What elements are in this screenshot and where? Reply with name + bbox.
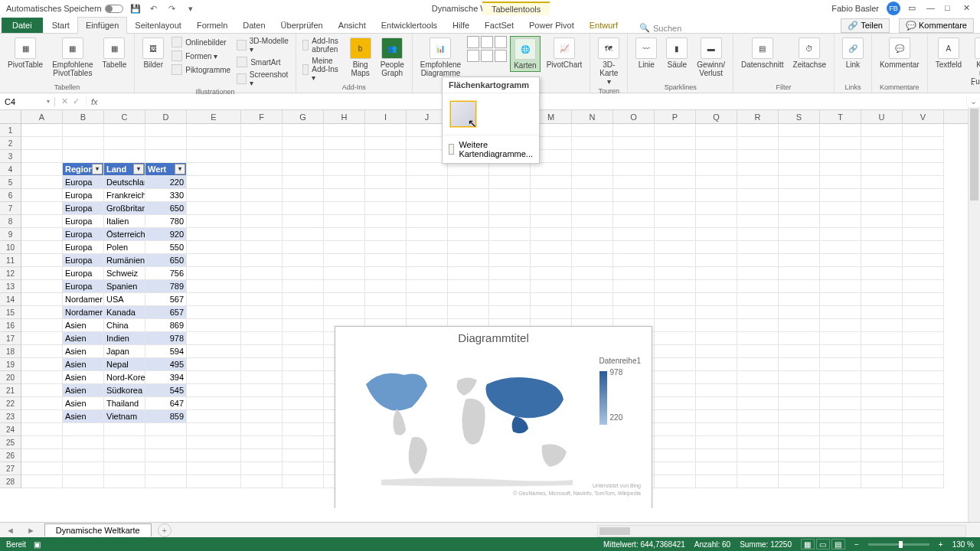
cell-I12[interactable] (365, 267, 407, 280)
cell-A4[interactable] (21, 163, 63, 176)
cell-T1[interactable] (820, 124, 861, 137)
cell-V23[interactable] (903, 410, 944, 423)
cell-N4[interactable] (572, 163, 613, 176)
cell-R8[interactable] (737, 215, 779, 228)
cell-Q14[interactable] (696, 293, 737, 306)
cell-D21[interactable]: 545 (145, 384, 187, 397)
cell-N13[interactable] (572, 280, 613, 293)
cell-F16[interactable] (241, 319, 283, 332)
cell-A7[interactable] (21, 202, 63, 215)
cell-G22[interactable] (283, 397, 324, 410)
row-header-26[interactable]: 26 (0, 449, 21, 462)
row-header-21[interactable]: 21 (0, 384, 21, 397)
cell-A5[interactable] (21, 176, 63, 189)
cell-U7[interactable] (861, 202, 903, 215)
cell-S11[interactable] (779, 254, 820, 267)
cell-S5[interactable] (779, 176, 820, 189)
cell-V4[interactable] (903, 163, 944, 176)
screenshot-button[interactable]: Screenshot ▾ (235, 70, 291, 88)
map-chart[interactable]: Diagrammtitel Datenreihe1 978 (335, 326, 652, 508)
cell-P28[interactable] (655, 475, 696, 488)
cell-B28[interactable] (63, 475, 104, 488)
cell-N10[interactable] (572, 241, 613, 254)
cell-D2[interactable] (145, 137, 187, 150)
cell-B7[interactable]: Europa (63, 202, 104, 215)
cell-R2[interactable] (737, 137, 779, 150)
cell-D23[interactable]: 859 (145, 410, 187, 423)
cell-B22[interactable]: Asien (63, 397, 104, 410)
cell-F10[interactable] (241, 241, 283, 254)
cell-K5[interactable] (448, 176, 489, 189)
cell-C7[interactable]: Großbritannien (104, 202, 145, 215)
cell-S18[interactable] (779, 345, 820, 358)
cell-B21[interactable]: Asien (63, 384, 104, 397)
cell-U8[interactable] (861, 215, 903, 228)
bing-maps-button[interactable]: bBing Maps (347, 36, 374, 79)
cell-O5[interactable] (613, 176, 655, 189)
comment-button[interactable]: 💬Kommentar (877, 36, 923, 70)
cell-Q16[interactable] (696, 319, 737, 332)
cell-L13[interactable] (489, 280, 531, 293)
cell-F2[interactable] (241, 137, 283, 150)
cell-O6[interactable] (613, 189, 655, 202)
cell-I7[interactable] (365, 202, 407, 215)
cell-N9[interactable] (572, 228, 613, 241)
column-header-R[interactable]: R (737, 110, 779, 123)
cell-E2[interactable] (187, 137, 241, 150)
cell-S13[interactable] (779, 280, 820, 293)
cell-Q27[interactable] (696, 462, 737, 475)
cell-F17[interactable] (241, 332, 283, 345)
cell-V20[interactable] (903, 371, 944, 384)
cell-N8[interactable] (572, 215, 613, 228)
close-icon[interactable]: ✕ (963, 3, 974, 14)
cell-Q1[interactable] (696, 124, 737, 137)
collapse-ribbon-icon[interactable]: ⌃ (969, 82, 975, 90)
user-avatar-icon[interactable]: FB (887, 2, 900, 15)
name-box[interactable]: C4 ▾ (0, 97, 55, 106)
cell-I4[interactable] (365, 163, 407, 176)
cell-B11[interactable]: Europa (63, 254, 104, 267)
cell-J5[interactable] (407, 176, 448, 189)
cell-S1[interactable] (779, 124, 820, 137)
cell-T12[interactable] (820, 267, 861, 280)
cell-T21[interactable] (820, 384, 861, 397)
cell-H10[interactable] (324, 241, 365, 254)
cell-K4[interactable] (448, 163, 489, 176)
cell-N7[interactable] (572, 202, 613, 215)
cell-S9[interactable] (779, 228, 820, 241)
cell-B9[interactable]: Europa (63, 228, 104, 241)
cell-T23[interactable] (820, 410, 861, 423)
row-header-5[interactable]: 5 (0, 176, 21, 189)
cell-Q13[interactable] (696, 280, 737, 293)
cell-J8[interactable] (407, 215, 448, 228)
cell-U10[interactable] (861, 241, 903, 254)
filter-dropdown-icon[interactable]: ▾ (133, 164, 144, 174)
redo-icon[interactable]: ↷ (166, 2, 178, 15)
cell-Q9[interactable] (696, 228, 737, 241)
cell-R7[interactable] (737, 202, 779, 215)
cell-D7[interactable]: 650 (145, 202, 187, 215)
cell-V19[interactable] (903, 358, 944, 371)
cell-B4[interactable]: Region▾ (63, 163, 104, 176)
cell-U26[interactable] (861, 449, 903, 462)
cell-T27[interactable] (820, 462, 861, 475)
cell-C8[interactable]: Italien (104, 215, 145, 228)
recommended-pivot-button[interactable]: ▦Empfohlene PivotTables (49, 36, 96, 79)
cell-C9[interactable]: Österreich (104, 228, 145, 241)
cell-N12[interactable] (572, 267, 613, 280)
cell-I8[interactable] (365, 215, 407, 228)
cell-B8[interactable]: Europa (63, 215, 104, 228)
cell-C5[interactable]: Deutschland (104, 176, 145, 189)
cell-T2[interactable] (820, 137, 861, 150)
row-header-16[interactable]: 16 (0, 319, 21, 332)
cell-P25[interactable] (655, 436, 696, 449)
cell-U13[interactable] (861, 280, 903, 293)
maximize-icon[interactable]: □ (945, 3, 956, 14)
cell-Q20[interactable] (696, 371, 737, 384)
cell-T11[interactable] (820, 254, 861, 267)
cell-A1[interactable] (21, 124, 63, 137)
cell-G13[interactable] (283, 280, 324, 293)
cell-S8[interactable] (779, 215, 820, 228)
cell-H3[interactable] (324, 150, 365, 163)
cell-O13[interactable] (613, 280, 655, 293)
